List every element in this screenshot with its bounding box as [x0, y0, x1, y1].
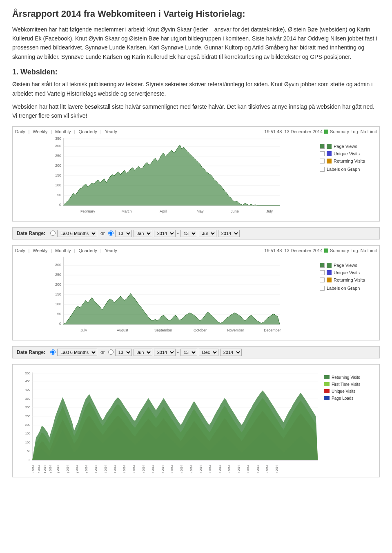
- chart3-legend-label-unique: Unique Visits: [332, 389, 355, 394]
- svg-text:50: 50: [27, 449, 30, 453]
- radio-custom-2[interactable]: [108, 349, 114, 355]
- chart3-legend-label-pageloads: Page Loads: [332, 396, 353, 401]
- legend-item-pageviews: Page Views: [320, 144, 377, 149]
- select-to-month-1[interactable]: Jul: [199, 230, 216, 237]
- select-to-year-2[interactable]: 2014: [220, 349, 242, 356]
- chart2-legend-checkbox-labels[interactable]: [320, 286, 325, 291]
- legend-checkbox-pageviews[interactable]: [320, 144, 325, 149]
- svg-marker-18: [63, 145, 280, 205]
- svg-text:25th August 2014: 25th August 2014: [123, 465, 126, 473]
- svg-text:August: August: [117, 328, 129, 332]
- svg-marker-40: [63, 293, 280, 324]
- legend-label-unique: Unique Visits: [334, 151, 360, 156]
- svg-text:7th July 2014: 7th July 2014: [56, 465, 60, 473]
- chart1-header: Daily | Weekly | Monthly | Quarterly | Y…: [15, 129, 377, 134]
- chart2-tab-monthly[interactable]: Monthly: [55, 248, 71, 253]
- date-range-label-2: Date Range:: [17, 349, 45, 355]
- select-from-year-1[interactable]: 2014: [154, 230, 176, 237]
- legend-checkbox-labels[interactable]: [320, 167, 325, 172]
- section1-para1: Øistein har stått for all teknisk publis…: [12, 80, 380, 98]
- select-to-year-1[interactable]: 2014: [218, 230, 240, 237]
- legend-item-returning: Returning Visits: [320, 159, 377, 163]
- svg-text:November: November: [227, 328, 244, 332]
- section1-title: 1. Websiden:: [12, 68, 380, 76]
- chart3-svg: 0 50 100 150 200 250 300 350 400 450 50: [15, 367, 320, 473]
- chart3-legend-color-pageloads: [324, 396, 330, 400]
- radio-group-1a: Last 6 Months: [50, 230, 97, 237]
- select-last6months-1[interactable]: Last 6 Months: [57, 230, 97, 237]
- svg-marker-73: [32, 390, 318, 460]
- chart2-tab-yearly[interactable]: Yearly: [105, 248, 117, 253]
- svg-text:18th August 2014: 18th August 2014: [114, 465, 117, 473]
- chart1-summary: 19:51:48 13 December 2014 Summary Log: N…: [265, 129, 377, 134]
- svg-text:8th September 2014: 8th September 2014: [142, 465, 145, 473]
- legend-checkbox-unique[interactable]: [320, 151, 325, 156]
- select-to-day-1[interactable]: 13: [180, 230, 197, 237]
- chart2-legend-label-pageviews: Page Views: [334, 263, 357, 268]
- chart3-legend-item-returning: Returning Visits: [324, 375, 377, 380]
- radio-group-1b: 13 Jan 2014 - 13 Jul 2014: [108, 230, 240, 237]
- svg-text:1st December 2014: 1st December 2014: [256, 465, 259, 473]
- chart2-summary: 19:51:48 13 December 2014 Summary Log: N…: [265, 248, 377, 253]
- svg-text:July: July: [80, 328, 87, 332]
- svg-text:March: March: [121, 209, 131, 213]
- svg-text:July: July: [266, 209, 273, 213]
- chart1-tab-daily[interactable]: Daily: [15, 129, 25, 134]
- chart1-tab-yearly[interactable]: Yearly: [105, 129, 117, 134]
- svg-text:150: 150: [55, 173, 61, 177]
- chart2-tab-quarterly[interactable]: Quarterly: [78, 248, 97, 253]
- radio-custom-1[interactable]: [108, 231, 114, 236]
- svg-text:23rd November 2014: 23rd November 2014: [247, 465, 249, 473]
- select-from-month-2[interactable]: Jun: [134, 349, 152, 356]
- chart2-legend-checkbox-pageviews[interactable]: [320, 263, 325, 268]
- select-to-month-2[interactable]: Dec: [199, 349, 218, 356]
- svg-text:14th July 2014: 14th July 2014: [66, 465, 69, 473]
- svg-text:September: September: [154, 328, 172, 332]
- chart3-container: 0 50 100 150 200 250 300 350 400 450 50: [12, 364, 380, 477]
- svg-text:18th October 2014: 18th October 2014: [199, 465, 202, 473]
- legend-label-returning: Returning Visits: [334, 159, 365, 163]
- chart1-tabs: Daily | Weekly | Monthly | Quarterly | Y…: [15, 129, 117, 134]
- svg-text:0: 0: [59, 203, 61, 207]
- svg-text:29th September 2014: 29th September 2014: [171, 465, 174, 473]
- legend-label-labels: Labels on Graph: [327, 167, 360, 172]
- chart2-legend-checkbox-unique[interactable]: [320, 270, 325, 275]
- select-last6months-2[interactable]: Last 6 Months: [57, 349, 97, 356]
- chart2-legend-color-returning: [327, 278, 332, 282]
- svg-text:0: 0: [29, 458, 30, 461]
- chart1-legend: Page Views Unique Visits Returning Visit…: [320, 136, 377, 219]
- legend-checkbox-returning[interactable]: [320, 159, 325, 163]
- svg-text:24th October 2014: 24th October 2014: [209, 465, 212, 473]
- svg-text:11th October 2014: 11th October 2014: [190, 465, 193, 473]
- radio-last6months-1[interactable]: [50, 231, 56, 236]
- chart3-legend-color-unique: [324, 389, 330, 393]
- select-from-month-1[interactable]: Jan: [134, 230, 152, 237]
- svg-text:May: May: [196, 209, 204, 213]
- chart2-tabs: Daily | Weekly | Monthly | Quarterly | Y…: [15, 248, 117, 253]
- chart2-area: 0 50 100 150 200 250 300 July August Sep…: [15, 255, 377, 338]
- intro-paragraph: Webkomiteen har hatt følgende medlemmer …: [12, 25, 380, 62]
- chart1-tab-weekly[interactable]: Weekly: [33, 129, 47, 134]
- select-from-day-1[interactable]: 13: [115, 230, 132, 237]
- svg-text:5th October 2014: 5th October 2014: [180, 465, 183, 473]
- chart2-tab-weekly[interactable]: Weekly: [33, 248, 47, 253]
- chart2-legend-checkbox-returning[interactable]: [320, 278, 325, 282]
- svg-text:10th November 2014: 10th November 2014: [228, 465, 231, 473]
- svg-text:200: 200: [25, 423, 30, 427]
- chart2-svg: 0 50 100 150 200 250 300 July August Sep…: [15, 255, 316, 336]
- svg-text:28th July 2014: 28th July 2014: [85, 465, 88, 473]
- chart1-tab-monthly[interactable]: Monthly: [55, 129, 71, 134]
- legend-item-labels: Labels on Graph: [320, 167, 377, 172]
- svg-text:1st November 2014: 1st November 2014: [218, 465, 221, 473]
- select-from-year-2[interactable]: 2014: [154, 349, 176, 356]
- chart1-tab-quarterly[interactable]: Quarterly: [78, 129, 97, 134]
- svg-text:0: 0: [59, 322, 61, 326]
- chart2-tab-daily[interactable]: Daily: [15, 248, 25, 253]
- svg-text:100: 100: [25, 441, 30, 444]
- select-to-day-2[interactable]: 13: [180, 349, 197, 356]
- radio-last6months-2[interactable]: [50, 349, 56, 355]
- select-from-day-2[interactable]: 13: [115, 349, 132, 356]
- svg-text:1st September 2014: 1st September 2014: [133, 465, 136, 473]
- svg-text:250: 250: [55, 154, 61, 158]
- chart2-legend: Page Views Unique Visits Returning Visit…: [320, 255, 377, 338]
